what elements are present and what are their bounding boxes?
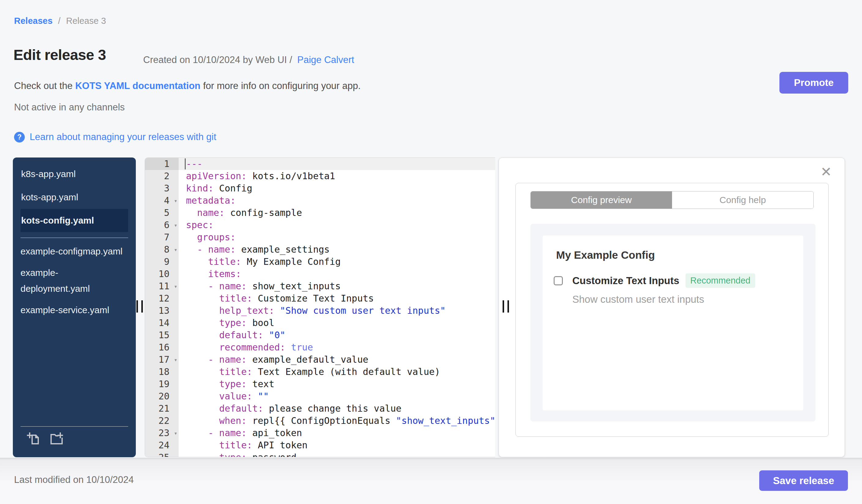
code-text: when: repl{{ ConfigOptionEquals "show_te… — [179, 415, 495, 427]
config-item-label[interactable]: Customize Text Inputs — [572, 275, 679, 287]
code-text: default: please change this value — [179, 402, 495, 415]
code-line-5[interactable]: 5 name: config-sample — [145, 207, 495, 219]
line-number: 10 — [145, 268, 179, 280]
customize-text-inputs-checkbox[interactable] — [554, 276, 563, 285]
code-line-4[interactable]: 4▾metadata: — [145, 195, 495, 207]
created-text: Created on 10/10/2024 by Web UI / — [143, 54, 292, 65]
code-line-11[interactable]: 11▾ - name: show_text_inputs — [145, 280, 495, 292]
line-number: 14 — [145, 317, 179, 329]
line-number: 12 — [145, 292, 179, 305]
author-link[interactable]: Paige Calvert — [297, 54, 354, 65]
docs-line: Check out the KOTS YAML documentation fo… — [14, 80, 361, 91]
fold-arrow-icon[interactable]: ▾ — [174, 354, 178, 366]
line-number: 2 — [145, 170, 179, 182]
line-number: 17▾ — [145, 354, 179, 366]
sidebar-resize-handle[interactable] — [136, 300, 145, 313]
code-text: type: bool — [179, 317, 495, 329]
docs-line-suffix: for more info on configuring your app. — [203, 80, 361, 91]
page-title: Edit release 3 — [13, 47, 106, 63]
fold-arrow-icon[interactable]: ▾ — [174, 427, 178, 439]
code-line-14[interactable]: 14 type: bool — [145, 317, 495, 329]
line-number: 22 — [145, 415, 179, 427]
line-number: 16 — [145, 341, 179, 354]
code-line-9[interactable]: 9 title: My Example Config — [145, 256, 495, 268]
code-line-18[interactable]: 18 title: Text Example (with default val… — [145, 366, 495, 378]
code-line-23[interactable]: 23▾ - name: api_token — [145, 427, 495, 439]
line-number: 1 — [145, 158, 179, 170]
line-number: 23▾ — [145, 427, 179, 439]
code-line-8[interactable]: 8▾ - name: example_settings — [145, 243, 495, 256]
line-number: 3 — [145, 182, 179, 195]
file-tree-item-example-deployment.yaml[interactable]: example-deployment.yaml — [21, 265, 126, 297]
code-line-20[interactable]: 20 value: "" — [145, 390, 495, 402]
code-line-24[interactable]: 24 title: API token — [145, 439, 495, 451]
line-number: 6▾ — [145, 219, 179, 231]
line-number: 7 — [145, 231, 179, 243]
code-text: type: password — [179, 451, 495, 457]
tab-config-help[interactable]: Config help — [672, 191, 813, 209]
file-tree-item-example-configmap.yaml[interactable]: example-configmap.yaml — [21, 243, 126, 259]
git-releases-link[interactable]: Learn about managing your releases with … — [30, 132, 216, 143]
code-text: type: text — [179, 378, 495, 390]
code-text: help_text: "Show custom user text inputs… — [179, 305, 495, 317]
code-line-22[interactable]: 22 when: repl{{ ConfigOptionEquals "show… — [145, 415, 495, 427]
fold-arrow-icon[interactable]: ▾ — [174, 280, 178, 292]
code-line-25[interactable]: 25 type: password — [145, 451, 495, 457]
code-line-1[interactable]: 1--- — [145, 158, 495, 170]
code-line-16[interactable]: 16 recommended: true — [145, 341, 495, 354]
code-text: - name: example_default_value — [179, 354, 495, 366]
file-tree-item-example-service.yaml[interactable]: example-service.yaml — [21, 302, 126, 318]
file-tree-bottom-group: example-configmap.yamlexample-deployment… — [13, 243, 136, 318]
created-info: Created on 10/10/2024 by Web UI / Paige … — [143, 54, 354, 65]
code-line-2[interactable]: 2apiVersion: kots.io/v1beta1 — [145, 170, 495, 182]
fold-arrow-icon[interactable]: ▾ — [174, 195, 178, 207]
file-tree-item-kots-config.yaml[interactable]: kots-config.yaml — [21, 209, 128, 232]
line-number: 4▾ — [145, 195, 179, 207]
new-file-icon[interactable] — [27, 432, 41, 446]
code-line-19[interactable]: 19 type: text — [145, 378, 495, 390]
docs-line-prefix: Check out the — [14, 80, 75, 91]
line-number: 9 — [145, 256, 179, 268]
code-text: --- — [179, 158, 495, 170]
code-line-15[interactable]: 15 default: "0" — [145, 329, 495, 341]
code-text: spec: — [179, 219, 495, 231]
code-text: title: Text Example (with default value) — [179, 366, 495, 378]
code-line-3[interactable]: 3kind: Config — [145, 182, 495, 195]
code-text: items: — [179, 268, 495, 280]
code-line-6[interactable]: 6▾spec: — [145, 219, 495, 231]
close-icon[interactable]: ✕ — [820, 165, 832, 178]
breadcrumb-releases-link[interactable]: Releases — [14, 16, 53, 26]
kots-yaml-docs-link[interactable]: KOTS YAML documentation — [75, 80, 200, 91]
config-group-title: My Example Config — [556, 249, 655, 261]
save-release-button[interactable]: Save release — [759, 470, 848, 491]
line-number: 20 — [145, 390, 179, 402]
line-number: 19 — [145, 378, 179, 390]
code-text: title: API token — [179, 439, 495, 451]
code-line-21[interactable]: 21 default: please change this value — [145, 402, 495, 415]
line-number: 18 — [145, 366, 179, 378]
promote-button[interactable]: Promote — [780, 72, 848, 94]
code-line-10[interactable]: 10 items: — [145, 268, 495, 280]
line-number: 11▾ — [145, 280, 179, 292]
fold-arrow-icon[interactable]: ▾ — [174, 243, 178, 256]
code-line-12[interactable]: 12 title: Customize Text Inputs — [145, 292, 495, 305]
new-folder-icon[interactable] — [49, 432, 64, 446]
code-line-7[interactable]: 7 groups: — [145, 231, 495, 243]
line-number: 13 — [145, 305, 179, 317]
fold-arrow-icon[interactable]: ▾ — [174, 219, 178, 231]
yaml-code-editor[interactable]: 1---2apiVersion: kots.io/v1beta13kind: C… — [145, 158, 495, 457]
line-number: 5 — [145, 207, 179, 219]
line-number: 24 — [145, 439, 179, 451]
line-number: 21 — [145, 402, 179, 415]
code-line-17[interactable]: 17▾ - name: example_default_value — [145, 354, 495, 366]
code-text: title: My Example Config — [179, 256, 495, 268]
footer-bar: Last modified on 10/10/2024 Save release — [0, 458, 862, 504]
code-text: apiVersion: kots.io/v1beta1 — [179, 170, 495, 182]
code-line-13[interactable]: 13 help_text: "Show custom user text inp… — [145, 305, 495, 317]
file-tree-item-k8s-app.yaml[interactable]: k8s-app.yaml — [21, 162, 128, 186]
git-help-line: ? Learn about managing your releases wit… — [14, 132, 216, 143]
code-text: kind: Config — [179, 182, 495, 195]
file-tree-item-kots-app.yaml[interactable]: kots-app.yaml — [21, 186, 128, 209]
editor-resize-handle[interactable] — [502, 300, 511, 313]
tab-config-preview[interactable]: Config preview — [531, 191, 672, 209]
